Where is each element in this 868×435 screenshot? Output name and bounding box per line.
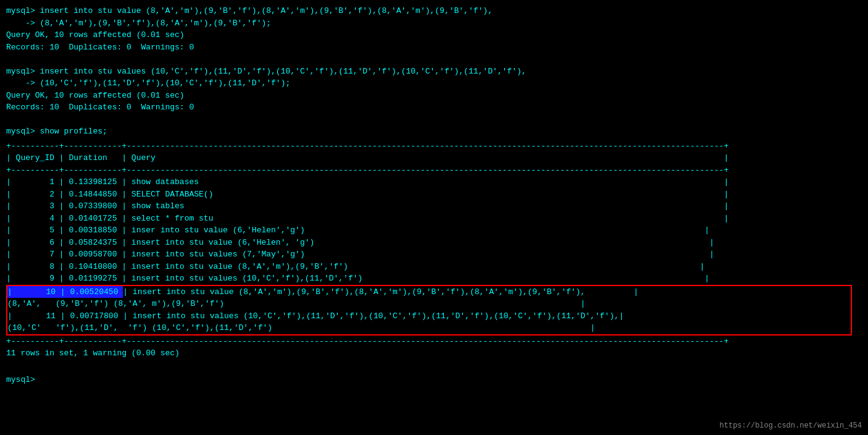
table-row-10: | 10 | 0.00520450 | insert into stu valu… xyxy=(7,286,851,298)
table-header: | Query_ID | Duration | Query | xyxy=(6,152,862,164)
blank-3 xyxy=(6,362,862,374)
table-row-8: | 8 | 0.10410800 | insert into stu value… xyxy=(6,261,862,273)
line-insert-2: mysql> insert into stu values (10,'C','f… xyxy=(6,65,862,78)
row-10-id-highlight: | 10 | 0.00520450 xyxy=(7,286,123,298)
table-row-6: | 6 | 0.05824375 | insert into stu value… xyxy=(6,237,862,249)
table-row-11: | 11 | 0.00717800 | insert into stu valu… xyxy=(7,310,851,323)
table-row-3: | 3 | 0.07339800 | show tables | xyxy=(6,200,862,213)
watermark: https://blog.csdn.net/weixin_454 xyxy=(720,421,862,430)
table-row-10-cont: (8,'A', (9,'B','f') (8,'A', m'),(9,'B','… xyxy=(7,298,851,310)
line-ok-1: Query OK, 10 rows affected (0.01 sec) xyxy=(6,29,862,41)
table-row-9: | 9 | 0.01199275 | insert into stu value… xyxy=(6,272,862,285)
line-records-1: Records: 10 Duplicates: 0 Warnings: 0 xyxy=(6,41,862,54)
line-show-profiles: mysql> show profiles; xyxy=(6,125,862,138)
line-insert-2b: -> (10,'C','f'),(11,'D','f'),(10,'C','f'… xyxy=(6,77,862,90)
table-bottom-border: +----------+------------+---------------… xyxy=(6,336,862,348)
table-row-1: | 1 | 0.13398125 | show databases | xyxy=(6,176,862,188)
line-insert-1: mysql> insert into stu value (8,'A','m')… xyxy=(6,5,862,17)
blank-1 xyxy=(6,53,862,65)
table-row-2: | 2 | 0.14844850 | SELECT DATABASE() | xyxy=(6,188,862,201)
blank-2 xyxy=(6,114,862,126)
highlight-box: | 10 | 0.00520450 | insert into stu valu… xyxy=(6,285,852,336)
terminal: mysql> insert into stu value (8,'A','m')… xyxy=(0,0,868,435)
table-row-11-cont: (10,'C' 'f'),(11,'D', 'f') (10,'C','f'),… xyxy=(7,322,851,334)
line-insert-1b: -> (8,'A','m'),(9,'B','f'),(8,'A','m'),(… xyxy=(6,17,862,30)
table-row-7: | 7 | 0.00958700 | insert into stu value… xyxy=(6,248,862,261)
row-10-query: | insert into stu value (8,'A','m'),(9,'… xyxy=(123,286,638,298)
table-row-5: | 5 | 0.00318850 | inser into stu value … xyxy=(6,224,862,237)
line-records-2: Records: 10 Duplicates: 0 Warnings: 0 xyxy=(6,101,862,114)
final-prompt: mysql> xyxy=(6,374,862,386)
table-header-border: +----------+------------+---------------… xyxy=(6,164,862,177)
line-ok-2: Query OK, 10 rows affected (0.01 sec) xyxy=(6,90,862,102)
table-top-border: +----------+------------+---------------… xyxy=(6,140,862,153)
profiles-table: +----------+------------+---------------… xyxy=(6,140,862,360)
table-row-4: | 4 | 0.01401725 | select * from stu | xyxy=(6,213,862,225)
result-count: 11 rows in set, 1 warning (0.00 sec) xyxy=(6,347,862,360)
